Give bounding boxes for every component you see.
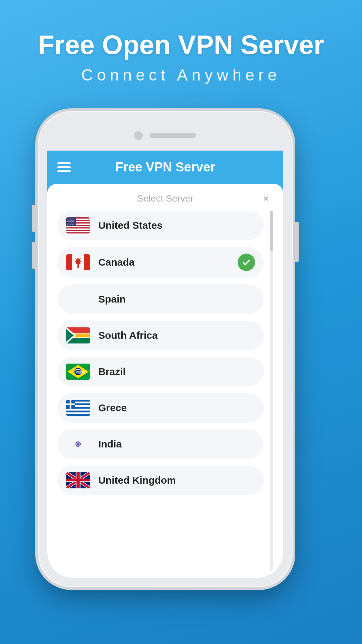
scrollbar-track [270, 211, 273, 571]
server-list: ★★★★★ ★★★★ ★★★★★ ★★★★ ★★★★★ [57, 211, 267, 571]
svg-text:★: ★ [67, 223, 68, 225]
panel-title: Select Server [137, 193, 193, 204]
flag-gr [66, 400, 90, 416]
country-br: Brazil [98, 366, 255, 377]
phone-frame: Free VPN Server Select Server × [38, 111, 293, 587]
country-uk: United Kingdom [98, 475, 255, 486]
svg-rect-66 [66, 414, 90, 416]
server-item-ca[interactable]: Canada [57, 247, 264, 278]
svg-text:★: ★ [68, 223, 70, 225]
server-item-gr[interactable]: Grece [57, 393, 264, 423]
checkmark-svg [242, 258, 251, 267]
svg-rect-65 [66, 412, 90, 414]
svg-rect-63 [66, 409, 90, 411]
phone-top-bar [47, 120, 283, 151]
server-item-uk[interactable]: United Kingdom [57, 466, 264, 495]
svg-rect-5 [66, 228, 90, 230]
svg-rect-6 [66, 231, 90, 232]
menu-line-1 [57, 162, 71, 164]
phone-mockup: Free VPN Server Select Server × [38, 111, 293, 587]
server-item-es[interactable]: Spain [57, 284, 264, 314]
close-button[interactable]: × [258, 191, 273, 206]
svg-text:★: ★ [73, 223, 75, 225]
flag-us: ★★★★★ ★★★★ ★★★★★ ★★★★ ★★★★★ [66, 217, 90, 233]
volume-down-button [32, 242, 37, 269]
uk-flag-svg [66, 472, 90, 488]
scrollbar-thumb[interactable] [270, 211, 273, 251]
app-title: Free Open VPN Server [38, 30, 324, 60]
br-flag-svg: ORDEM E PROGRESSO [66, 364, 90, 380]
speaker-icon [149, 133, 196, 138]
server-list-container: ★★★★★ ★★★★ ★★★★★ ★★★★ ★★★★★ [57, 211, 273, 571]
flag-ca [66, 254, 90, 270]
svg-rect-4 [66, 226, 90, 227]
flag-br: ORDEM E PROGRESSO [66, 364, 90, 380]
server-item-za[interactable]: South Africa [57, 321, 264, 350]
svg-text:PROGRESSO: PROGRESSO [76, 373, 86, 375]
header-section: Free Open VPN Server Connect Anywhere [38, 30, 324, 84]
menu-line-3 [57, 170, 71, 172]
country-us: United States [98, 220, 255, 231]
selected-check-icon [238, 254, 255, 271]
flag-uk [66, 472, 90, 488]
power-button [294, 222, 299, 262]
app-nav-title: Free VPN Server [77, 160, 253, 174]
za-flag-proper [66, 327, 90, 343]
camera-icon [134, 131, 143, 140]
svg-text:★: ★ [72, 223, 73, 225]
server-panel: Select Server × [47, 184, 283, 578]
country-es: Spain [98, 293, 255, 305]
page-bg: Free Open VPN Server Connect Anywhere [38, 0, 324, 587]
app-header: Free VPN Server [47, 151, 283, 184]
app-screen: Free VPN Server Select Server × [47, 151, 283, 578]
country-gr: Grece [98, 402, 255, 414]
maple-leaf [73, 256, 83, 268]
svg-rect-64 [66, 411, 90, 412]
svg-rect-69 [66, 404, 75, 405]
menu-line-2 [57, 166, 71, 168]
country-ca: Canada [98, 257, 230, 268]
server-item-br[interactable]: ORDEM E PROGRESSO Brazil [57, 357, 264, 386]
server-item-in[interactable]: India [57, 429, 264, 459]
menu-button[interactable] [57, 162, 71, 172]
gr-flag-svg [66, 400, 90, 416]
ashoka-chakra [75, 441, 81, 447]
flag-za [66, 327, 90, 343]
country-za: South Africa [98, 330, 255, 341]
svg-text:★: ★ [70, 223, 71, 225]
flag-es [66, 291, 90, 307]
svg-rect-88 [66, 479, 90, 481]
usa-flag-svg: ★★★★★ ★★★★ ★★★★★ ★★★★ ★★★★★ [66, 217, 90, 233]
server-item-us[interactable]: ★★★★★ ★★★★ ★★★★★ ★★★★ ★★★★★ [57, 211, 264, 240]
panel-header: Select Server × [57, 184, 273, 211]
volume-up-button [32, 205, 37, 232]
flag-in [66, 436, 90, 452]
country-in: India [98, 438, 255, 450]
app-subtitle: Connect Anywhere [38, 66, 324, 84]
phone-screen: Free VPN Server Select Server × [47, 120, 283, 578]
